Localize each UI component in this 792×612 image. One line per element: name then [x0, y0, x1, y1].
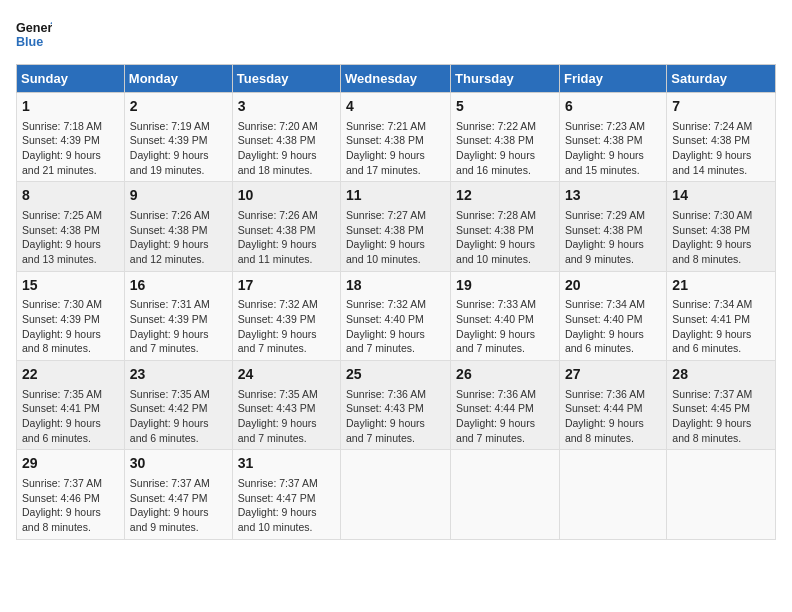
day-info: Sunrise: 7:28 AM Sunset: 4:38 PM Dayligh…: [456, 208, 554, 267]
day-cell-4: 4Sunrise: 7:21 AM Sunset: 4:38 PM Daylig…: [341, 93, 451, 182]
day-cell-21: 21Sunrise: 7:34 AM Sunset: 4:41 PM Dayli…: [667, 271, 776, 360]
day-info: Sunrise: 7:37 AM Sunset: 4:45 PM Dayligh…: [672, 387, 770, 446]
day-info: Sunrise: 7:22 AM Sunset: 4:38 PM Dayligh…: [456, 119, 554, 178]
day-info: Sunrise: 7:27 AM Sunset: 4:38 PM Dayligh…: [346, 208, 445, 267]
day-number: 3: [238, 97, 335, 117]
day-cell-25: 25Sunrise: 7:36 AM Sunset: 4:43 PM Dayli…: [341, 361, 451, 450]
day-cell-1: 1Sunrise: 7:18 AM Sunset: 4:39 PM Daylig…: [17, 93, 125, 182]
day-cell-17: 17Sunrise: 7:32 AM Sunset: 4:39 PM Dayli…: [232, 271, 340, 360]
day-number: 2: [130, 97, 227, 117]
day-number: 27: [565, 365, 661, 385]
day-info: Sunrise: 7:21 AM Sunset: 4:38 PM Dayligh…: [346, 119, 445, 178]
col-header-tuesday: Tuesday: [232, 65, 340, 93]
day-cell-5: 5Sunrise: 7:22 AM Sunset: 4:38 PM Daylig…: [451, 93, 560, 182]
day-cell-11: 11Sunrise: 7:27 AM Sunset: 4:38 PM Dayli…: [341, 182, 451, 271]
day-info: Sunrise: 7:37 AM Sunset: 4:46 PM Dayligh…: [22, 476, 119, 535]
day-cell-22: 22Sunrise: 7:35 AM Sunset: 4:41 PM Dayli…: [17, 361, 125, 450]
day-info: Sunrise: 7:36 AM Sunset: 4:44 PM Dayligh…: [456, 387, 554, 446]
day-number: 7: [672, 97, 770, 117]
day-info: Sunrise: 7:30 AM Sunset: 4:38 PM Dayligh…: [672, 208, 770, 267]
day-number: 8: [22, 186, 119, 206]
day-number: 19: [456, 276, 554, 296]
day-info: Sunrise: 7:25 AM Sunset: 4:38 PM Dayligh…: [22, 208, 119, 267]
day-number: 28: [672, 365, 770, 385]
day-info: Sunrise: 7:30 AM Sunset: 4:39 PM Dayligh…: [22, 297, 119, 356]
day-cell-30: 30Sunrise: 7:37 AM Sunset: 4:47 PM Dayli…: [124, 450, 232, 539]
page-header: General Blue: [16, 16, 776, 52]
calendar-table: SundayMondayTuesdayWednesdayThursdayFrid…: [16, 64, 776, 540]
col-header-thursday: Thursday: [451, 65, 560, 93]
logo: General Blue: [16, 16, 52, 52]
day-number: 30: [130, 454, 227, 474]
day-info: Sunrise: 7:36 AM Sunset: 4:44 PM Dayligh…: [565, 387, 661, 446]
day-cell-19: 19Sunrise: 7:33 AM Sunset: 4:40 PM Dayli…: [451, 271, 560, 360]
day-info: Sunrise: 7:29 AM Sunset: 4:38 PM Dayligh…: [565, 208, 661, 267]
week-row-4: 22Sunrise: 7:35 AM Sunset: 4:41 PM Dayli…: [17, 361, 776, 450]
day-number: 15: [22, 276, 119, 296]
empty-cell: [667, 450, 776, 539]
day-number: 5: [456, 97, 554, 117]
day-cell-3: 3Sunrise: 7:20 AM Sunset: 4:38 PM Daylig…: [232, 93, 340, 182]
day-info: Sunrise: 7:26 AM Sunset: 4:38 PM Dayligh…: [130, 208, 227, 267]
day-info: Sunrise: 7:20 AM Sunset: 4:38 PM Dayligh…: [238, 119, 335, 178]
week-row-1: 1Sunrise: 7:18 AM Sunset: 4:39 PM Daylig…: [17, 93, 776, 182]
day-cell-13: 13Sunrise: 7:29 AM Sunset: 4:38 PM Dayli…: [559, 182, 666, 271]
col-header-sunday: Sunday: [17, 65, 125, 93]
day-info: Sunrise: 7:32 AM Sunset: 4:40 PM Dayligh…: [346, 297, 445, 356]
day-cell-27: 27Sunrise: 7:36 AM Sunset: 4:44 PM Dayli…: [559, 361, 666, 450]
day-info: Sunrise: 7:31 AM Sunset: 4:39 PM Dayligh…: [130, 297, 227, 356]
day-info: Sunrise: 7:35 AM Sunset: 4:41 PM Dayligh…: [22, 387, 119, 446]
day-info: Sunrise: 7:32 AM Sunset: 4:39 PM Dayligh…: [238, 297, 335, 356]
day-cell-23: 23Sunrise: 7:35 AM Sunset: 4:42 PM Dayli…: [124, 361, 232, 450]
day-number: 4: [346, 97, 445, 117]
day-info: Sunrise: 7:35 AM Sunset: 4:43 PM Dayligh…: [238, 387, 335, 446]
col-header-friday: Friday: [559, 65, 666, 93]
day-info: Sunrise: 7:36 AM Sunset: 4:43 PM Dayligh…: [346, 387, 445, 446]
day-info: Sunrise: 7:19 AM Sunset: 4:39 PM Dayligh…: [130, 119, 227, 178]
day-cell-12: 12Sunrise: 7:28 AM Sunset: 4:38 PM Dayli…: [451, 182, 560, 271]
day-cell-10: 10Sunrise: 7:26 AM Sunset: 4:38 PM Dayli…: [232, 182, 340, 271]
week-row-3: 15Sunrise: 7:30 AM Sunset: 4:39 PM Dayli…: [17, 271, 776, 360]
day-info: Sunrise: 7:24 AM Sunset: 4:38 PM Dayligh…: [672, 119, 770, 178]
day-cell-7: 7Sunrise: 7:24 AM Sunset: 4:38 PM Daylig…: [667, 93, 776, 182]
col-header-monday: Monday: [124, 65, 232, 93]
day-number: 11: [346, 186, 445, 206]
day-number: 25: [346, 365, 445, 385]
day-number: 18: [346, 276, 445, 296]
day-cell-8: 8Sunrise: 7:25 AM Sunset: 4:38 PM Daylig…: [17, 182, 125, 271]
day-number: 10: [238, 186, 335, 206]
day-info: Sunrise: 7:23 AM Sunset: 4:38 PM Dayligh…: [565, 119, 661, 178]
day-info: Sunrise: 7:34 AM Sunset: 4:41 PM Dayligh…: [672, 297, 770, 356]
day-info: Sunrise: 7:33 AM Sunset: 4:40 PM Dayligh…: [456, 297, 554, 356]
day-number: 20: [565, 276, 661, 296]
day-number: 29: [22, 454, 119, 474]
day-cell-28: 28Sunrise: 7:37 AM Sunset: 4:45 PM Dayli…: [667, 361, 776, 450]
day-cell-2: 2Sunrise: 7:19 AM Sunset: 4:39 PM Daylig…: [124, 93, 232, 182]
day-cell-18: 18Sunrise: 7:32 AM Sunset: 4:40 PM Dayli…: [341, 271, 451, 360]
day-info: Sunrise: 7:37 AM Sunset: 4:47 PM Dayligh…: [130, 476, 227, 535]
svg-text:General: General: [16, 21, 52, 35]
week-row-2: 8Sunrise: 7:25 AM Sunset: 4:38 PM Daylig…: [17, 182, 776, 271]
day-cell-6: 6Sunrise: 7:23 AM Sunset: 4:38 PM Daylig…: [559, 93, 666, 182]
day-cell-15: 15Sunrise: 7:30 AM Sunset: 4:39 PM Dayli…: [17, 271, 125, 360]
day-info: Sunrise: 7:26 AM Sunset: 4:38 PM Dayligh…: [238, 208, 335, 267]
day-cell-14: 14Sunrise: 7:30 AM Sunset: 4:38 PM Dayli…: [667, 182, 776, 271]
day-info: Sunrise: 7:37 AM Sunset: 4:47 PM Dayligh…: [238, 476, 335, 535]
day-cell-20: 20Sunrise: 7:34 AM Sunset: 4:40 PM Dayli…: [559, 271, 666, 360]
day-number: 31: [238, 454, 335, 474]
day-cell-26: 26Sunrise: 7:36 AM Sunset: 4:44 PM Dayli…: [451, 361, 560, 450]
day-number: 12: [456, 186, 554, 206]
day-number: 17: [238, 276, 335, 296]
col-header-wednesday: Wednesday: [341, 65, 451, 93]
day-number: 26: [456, 365, 554, 385]
day-number: 22: [22, 365, 119, 385]
week-row-5: 29Sunrise: 7:37 AM Sunset: 4:46 PM Dayli…: [17, 450, 776, 539]
day-cell-29: 29Sunrise: 7:37 AM Sunset: 4:46 PM Dayli…: [17, 450, 125, 539]
day-number: 21: [672, 276, 770, 296]
day-number: 16: [130, 276, 227, 296]
empty-cell: [559, 450, 666, 539]
empty-cell: [451, 450, 560, 539]
day-info: Sunrise: 7:18 AM Sunset: 4:39 PM Dayligh…: [22, 119, 119, 178]
day-info: Sunrise: 7:35 AM Sunset: 4:42 PM Dayligh…: [130, 387, 227, 446]
empty-cell: [341, 450, 451, 539]
